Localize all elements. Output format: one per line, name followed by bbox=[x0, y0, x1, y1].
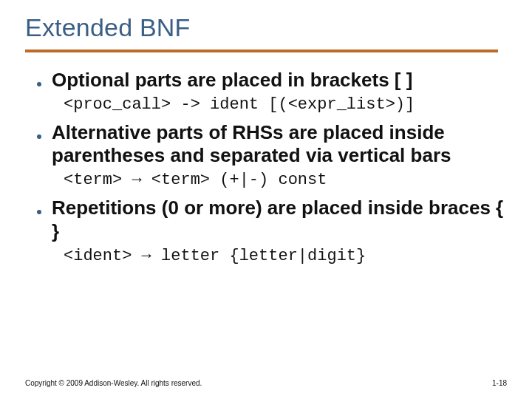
bullet-icon bbox=[37, 210, 41, 214]
code-line: <proc_call> -> ident [(<expr_list>)] bbox=[64, 95, 507, 114]
bullet-item: Repetitions (0 or more) are placed insid… bbox=[33, 197, 507, 243]
copyright-footer: Copyright © 2009 Addison-Wesley. All rig… bbox=[25, 379, 202, 387]
code-line: <term> → <term> (+|-) const bbox=[64, 171, 507, 189]
bullet-list: Optional parts are placed in brackets [ … bbox=[25, 69, 507, 265]
bullet-item: Optional parts are placed in brackets [ … bbox=[33, 69, 507, 92]
slide-title: Extended BNF bbox=[25, 13, 507, 42]
bullet-icon bbox=[37, 134, 41, 139]
slide: Extended BNF Optional parts are placed i… bbox=[0, 0, 532, 399]
bullet-text: Repetitions (0 or more) are placed insid… bbox=[52, 197, 507, 243]
page-number: 1-18 bbox=[492, 379, 507, 387]
title-divider bbox=[25, 50, 498, 52]
bullet-icon bbox=[37, 82, 41, 86]
bullet-text: Optional parts are placed in brackets [ … bbox=[52, 69, 412, 92]
bullet-text: Alternative parts of RHSs are placed ins… bbox=[52, 121, 507, 168]
bullet-item: Alternative parts of RHSs are placed ins… bbox=[33, 121, 507, 168]
code-line: <ident> → letter {letter|digit} bbox=[64, 247, 507, 265]
